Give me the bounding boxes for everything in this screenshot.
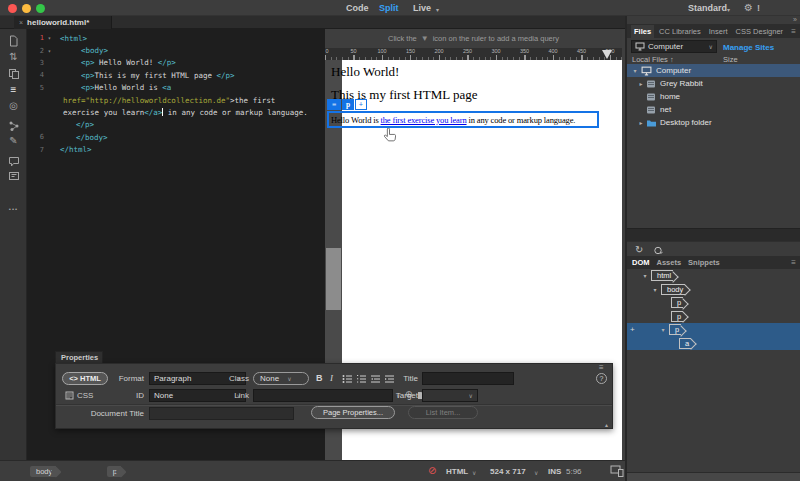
properties-panel-tab[interactable]: Properties (55, 351, 103, 363)
scrollbar-thumb[interactable] (326, 248, 341, 310)
horizontal-ruler[interactable]: 0 50 100 150 200 250 300 350 400 450 500 (325, 48, 622, 60)
file-tree-row-desktop-folder[interactable]: ▸ Desktop folder (627, 116, 800, 129)
code-navigator-icon[interactable] (0, 120, 27, 132)
selected-paragraph[interactable]: Hello World is the first exercise you le… (327, 111, 599, 128)
paragraph-link[interactable]: the first exercise you learn (381, 115, 467, 125)
panel-divider[interactable] (627, 228, 800, 242)
fold-arrow-icon[interactable]: ▾ (44, 48, 53, 54)
ordered-list-button[interactable] (356, 374, 367, 386)
file-tree-row-home[interactable]: home (627, 90, 800, 103)
sync-gear-icon[interactable]: ⚙ (744, 2, 753, 13)
find-replace-icon[interactable] (0, 68, 27, 80)
alert-indicator[interactable]: ! (757, 3, 760, 13)
drive-icon (646, 92, 656, 102)
expand-arrow-icon[interactable]: ▸ (637, 119, 645, 126)
code-line: 2▾<body> (27, 44, 325, 56)
format-source-icon[interactable]: ≡ (0, 84, 27, 96)
tag-selector-body[interactable]: body (30, 466, 56, 477)
dom-tag-pill[interactable]: p (671, 297, 683, 308)
class-select[interactable]: None∨ (253, 372, 309, 385)
insert-element-icon[interactable]: + (630, 325, 635, 334)
document-title-input[interactable] (149, 407, 294, 420)
live-view-caret-icon[interactable]: ▾ (436, 6, 439, 13)
minimize-window-button[interactable] (22, 4, 31, 13)
document-tab[interactable]: × helloworld.html* (14, 16, 112, 29)
workspace-switcher[interactable]: Standard (688, 3, 727, 13)
expand-arrow-icon[interactable]: ▾ (631, 67, 639, 74)
dom-row-p2[interactable]: p (627, 310, 800, 324)
collapse-panel-icon[interactable]: » (793, 16, 796, 23)
unordered-list-button[interactable] (342, 374, 353, 386)
more-tools-icon[interactable]: ••• (0, 203, 27, 215)
document-tab-bar: × helloworld.html* (0, 16, 625, 29)
size-column-header[interactable]: Size (723, 55, 738, 64)
fold-arrow-icon[interactable]: ▾ (44, 35, 53, 41)
dom-row-a-selected[interactable]: a (627, 337, 800, 351)
tab-assets[interactable]: Assets (657, 258, 682, 267)
element-tag-label[interactable]: p (342, 99, 354, 110)
html-mode-button[interactable]: <>HTML (62, 372, 108, 385)
tab-files[interactable]: Files (631, 25, 654, 38)
tab-cc-libraries[interactable]: CC Libraries (656, 25, 704, 38)
local-files-column-header[interactable]: Local Files ↑ (632, 55, 674, 64)
file-icon[interactable] (0, 35, 27, 47)
comment-icon[interactable] (0, 156, 27, 168)
document-tab-title: helloworld.html* (27, 18, 89, 27)
tab-css-designer[interactable]: CSS Designer (733, 25, 787, 38)
tab-dom[interactable]: DOM (632, 258, 650, 267)
italic-button[interactable]: I (330, 373, 333, 383)
panel-resize-handle[interactable]: ▴ (605, 421, 608, 428)
zoom-window-button[interactable] (36, 4, 45, 13)
live-view-button[interactable]: Live (413, 3, 431, 13)
code-comment-icon[interactable] (0, 170, 27, 182)
element-menu-icon[interactable]: ≡ (327, 99, 341, 110)
media-query-marker-icon[interactable] (602, 50, 612, 59)
tab-snippets[interactable]: Snippets (688, 258, 720, 267)
viewport-size[interactable]: 524 x 717 (490, 467, 526, 476)
expand-arrow-icon[interactable]: ▸ (637, 80, 645, 87)
css-mode-button[interactable]: CSS (65, 391, 93, 400)
refresh-icon[interactable]: ↻ (635, 244, 643, 255)
tag-selector-p[interactable]: p (107, 466, 121, 477)
error-check-icon[interactable]: ⊘ (428, 465, 436, 476)
pencil-icon[interactable]: ✎ (0, 135, 27, 147)
dom-row-p3-selected[interactable]: + ▾ p (627, 323, 800, 337)
dom-tag-pill[interactable]: body (661, 284, 685, 295)
close-window-button[interactable] (8, 4, 17, 13)
panel-menu-icon[interactable]: ≡ (791, 27, 796, 36)
link-input[interactable] (253, 389, 393, 402)
manage-sites-link[interactable]: Manage Sites (723, 43, 774, 52)
properties-menu-icon[interactable]: ≡ (599, 363, 604, 372)
file-tree-row-grey-rabbit[interactable]: ▸ Grey Rabbit (627, 77, 800, 90)
expand-arrow-icon[interactable]: ▾ (641, 272, 649, 279)
expand-arrow-icon[interactable]: ▾ (659, 326, 667, 333)
file-tree-row-net[interactable]: net (627, 103, 800, 116)
dom-tag-pill[interactable]: p (669, 324, 681, 335)
dom-tag-pill[interactable]: a (679, 338, 691, 349)
dom-row-p1[interactable]: p (627, 296, 800, 310)
dom-tag-pill[interactable]: html (651, 270, 673, 281)
target-ring-icon[interactable]: ◎ (0, 100, 27, 112)
code-line: </p> (27, 119, 325, 131)
outdent-button[interactable] (370, 374, 381, 386)
close-tab-icon[interactable]: × (19, 19, 23, 26)
help-icon[interactable]: ? (596, 373, 607, 384)
doctype-indicator[interactable]: HTML (446, 467, 468, 476)
title-input[interactable] (422, 372, 514, 385)
split-view-button[interactable]: Split (379, 3, 399, 13)
dom-tag-pill[interactable]: p (671, 311, 683, 322)
device-preview-icon[interactable] (610, 465, 624, 479)
code-view-button[interactable]: Code (346, 3, 369, 13)
page-properties-button[interactable]: Page Properties... (311, 406, 395, 419)
file-tree-row-computer[interactable]: ▾ Computer (627, 64, 800, 77)
dom-row-html[interactable]: ▾ html (627, 269, 800, 283)
dom-panel-menu-icon[interactable]: ≡ (791, 258, 796, 267)
site-selector-dropdown[interactable]: Computer ∨ (631, 40, 717, 53)
sort-arrows-icon[interactable]: ⇅ (0, 51, 27, 63)
dom-row-body[interactable]: ▾ body (627, 283, 800, 297)
bold-button[interactable]: B (316, 373, 323, 383)
expand-arrow-icon[interactable]: ▾ (651, 286, 659, 293)
add-element-button[interactable]: + (355, 99, 367, 110)
tab-insert[interactable]: Insert (706, 25, 731, 38)
live-paragraph-1[interactable]: Hello World! (331, 64, 399, 80)
